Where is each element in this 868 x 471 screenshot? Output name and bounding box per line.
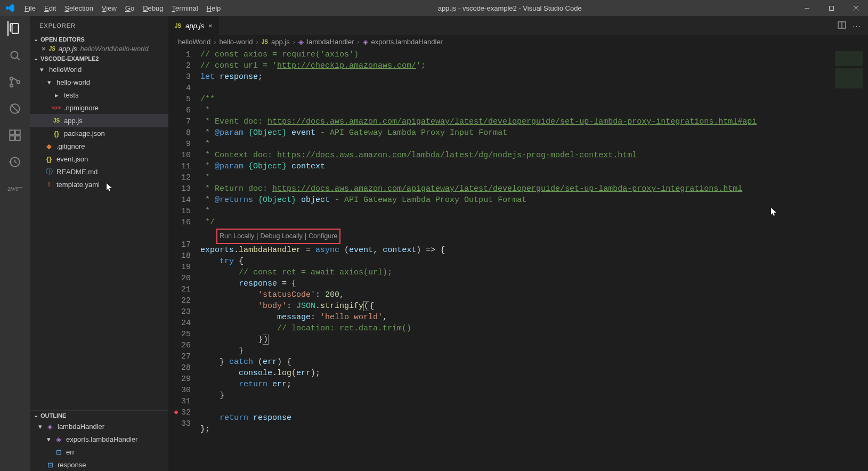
window-title: app.js - vscode-example2 - Visual Studio… xyxy=(225,4,794,12)
explorer-sidebar: EXPLORER ⌄OPEN EDITORS × JS app.js hello… xyxy=(30,16,168,471)
tree-item-hello-world[interactable]: ▾hello-world xyxy=(30,76,168,88)
close-button[interactable] xyxy=(843,0,868,16)
svg-point-7 xyxy=(10,84,13,87)
tree-item-package-json[interactable]: {}package.json xyxy=(30,127,168,140)
aws-icon[interactable]: aws xyxy=(7,181,22,196)
open-editor-path: helloWorld\hello-world xyxy=(80,45,149,53)
menu-terminal[interactable]: Terminal xyxy=(167,2,202,14)
svg-rect-1 xyxy=(829,6,833,10)
extensions-icon[interactable] xyxy=(7,128,22,143)
search-icon[interactable] xyxy=(7,48,22,63)
svg-point-8 xyxy=(17,80,20,83)
minimap[interactable] xyxy=(831,48,868,471)
menu-edit[interactable]: Edit xyxy=(40,2,60,14)
svg-rect-13 xyxy=(10,136,14,141)
close-tab-icon[interactable]: × xyxy=(208,22,213,30)
debug-icon[interactable] xyxy=(7,101,22,116)
outline-item-err[interactable]: ⊡err xyxy=(30,445,168,458)
tree-item-tests[interactable]: ▸tests xyxy=(30,88,168,101)
outline-tree: ▾◈lambdaHandler▾◈exports.lambdaHandler⊡e… xyxy=(30,420,168,471)
tab-app-js[interactable]: JS app.js × xyxy=(168,16,220,35)
svg-line-5 xyxy=(17,58,20,60)
codelens-actions[interactable]: Run Locally|Debug Locally|Configure xyxy=(216,229,340,244)
code-area[interactable]: 12345678910111213141516 1718192021222324… xyxy=(168,48,868,471)
tree-item-helloworld[interactable]: ▾helloWorld xyxy=(30,63,168,76)
title-bar: FFileile Edit Selection View Go Debug Te… xyxy=(0,0,868,16)
breadcrumb[interactable]: helloWorld› hello-world› JSapp.js› ◈lamb… xyxy=(168,35,868,48)
maximize-button[interactable] xyxy=(819,0,843,16)
codelens-run-locally[interactable]: Run Locally xyxy=(217,232,256,240)
open-editors-header[interactable]: ⌄OPEN EDITORS xyxy=(30,35,168,44)
svg-point-6 xyxy=(10,77,13,80)
menu-selection[interactable]: Selection xyxy=(60,2,97,14)
outline-item-response[interactable]: ⊡response xyxy=(30,458,168,471)
svg-rect-14 xyxy=(15,136,20,141)
source-control-icon[interactable] xyxy=(7,75,22,90)
menu-file[interactable]: FFileile xyxy=(20,2,40,14)
menu-view[interactable]: View xyxy=(98,2,121,14)
open-editor-name: app.js xyxy=(59,45,77,53)
tree-item--npmignore[interactable]: npm.npmignore xyxy=(30,101,168,114)
activity-bar: aws xyxy=(0,16,30,471)
line-gutter: 12345678910111213141516 1718192021222324… xyxy=(168,48,200,471)
menu-bar: FFileile Edit Selection View Go Debug Te… xyxy=(20,2,225,14)
svg-line-10 xyxy=(11,104,19,112)
tree-item-event-json[interactable]: {}event.json xyxy=(30,152,168,165)
close-editor-icon[interactable]: × xyxy=(42,45,46,53)
file-tree: ▾helloWorld▾hello-world▸testsnpm.npmigno… xyxy=(30,63,168,410)
explorer-icon[interactable] xyxy=(7,21,22,36)
menu-debug[interactable]: Debug xyxy=(139,2,167,14)
codelens-configure[interactable]: Configure xyxy=(306,232,339,240)
js-file-icon: JS xyxy=(49,46,55,52)
svg-point-4 xyxy=(11,51,18,58)
minimize-button[interactable] xyxy=(794,0,819,16)
outline-header[interactable]: ⌄OUTLINE xyxy=(30,411,168,420)
history-icon[interactable] xyxy=(7,155,22,169)
tree-item-readme-md[interactable]: ⓘREADME.md xyxy=(30,165,168,178)
code-content[interactable]: // const axios = require('axios')// cons… xyxy=(200,48,831,471)
menu-go[interactable]: Go xyxy=(121,2,139,14)
menu-help[interactable]: Help xyxy=(202,2,225,14)
tab-label: app.js xyxy=(185,22,204,30)
js-file-icon: JS xyxy=(175,23,181,29)
tree-item-app-js[interactable]: JSapp.js xyxy=(30,114,168,127)
tree-item--gitignore[interactable]: ◆.gitignore xyxy=(30,140,168,152)
svg-rect-11 xyxy=(10,130,14,135)
svg-rect-12 xyxy=(15,130,20,135)
outline-item-exports-lambdahandler[interactable]: ▾◈exports.lambdaHandler xyxy=(30,433,168,445)
project-header[interactable]: ⌄VSCODE-EXAMPLE2 xyxy=(30,54,168,63)
outline-item-lambdahandler[interactable]: ▾◈lambdaHandler xyxy=(30,420,168,433)
tree-item-template-yaml[interactable]: !template.yaml xyxy=(30,178,168,191)
split-editor-icon[interactable] xyxy=(838,21,846,31)
vscode-logo-icon xyxy=(5,3,15,13)
open-editor-item[interactable]: × JS app.js helloWorld\hello-world xyxy=(30,44,168,54)
more-actions-icon[interactable]: ··· xyxy=(853,22,862,30)
editor-group: JS app.js × ··· helloWorld› hello-world›… xyxy=(168,16,868,471)
editor-tabs: JS app.js × ··· xyxy=(168,16,868,35)
codelens-debug-locally[interactable]: Debug Locally xyxy=(258,232,305,240)
explorer-title: EXPLORER xyxy=(30,16,168,35)
